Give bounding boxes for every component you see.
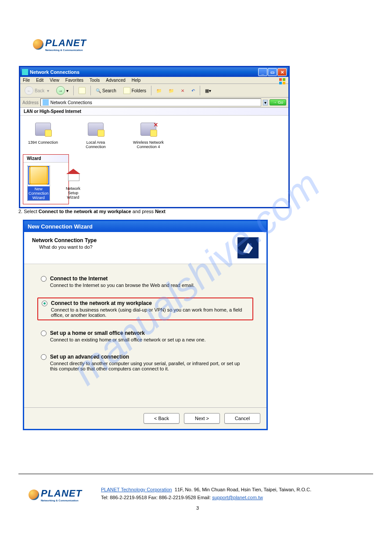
address-value: Network Connections bbox=[50, 100, 92, 105]
option-label: Set up an advanced connection bbox=[50, 354, 129, 360]
cancel-button[interactable]: Cancel bbox=[224, 413, 260, 424]
move-to-button[interactable]: 📁 bbox=[154, 87, 164, 94]
menu-edit[interactable]: Edit bbox=[36, 78, 43, 83]
option-label: Connect to the Internet bbox=[50, 276, 108, 282]
wizard-items: New Connection Wizard Network Setup Wiza… bbox=[23, 163, 68, 204]
connection-icon bbox=[35, 123, 51, 136]
copy-to-button[interactable]: 📁 bbox=[166, 87, 176, 94]
option-home-office[interactable]: Set up a home or small office network Co… bbox=[37, 328, 253, 344]
address-bar: Address Network Connections ▾ → Go bbox=[20, 98, 288, 108]
header-subtitle: What do you want to do? bbox=[39, 244, 97, 250]
svg-rect-2 bbox=[279, 82, 282, 84]
item-wireless-connection[interactable]: ✕ Wireless Network Connection 4 bbox=[131, 120, 166, 149]
option-advanced[interactable]: Set up an advanced connection Connect di… bbox=[37, 352, 253, 373]
radio-button[interactable] bbox=[41, 330, 47, 336]
option-connect-internet[interactable]: Connect to the Internet Connect to the I… bbox=[37, 274, 253, 290]
lan-items: 1394 Connection Local Area Connection ✕ … bbox=[20, 116, 288, 153]
globe-icon bbox=[29, 490, 39, 500]
item-label: Wireless Network Connection 4 bbox=[131, 140, 166, 149]
toolbar: ←Back ▾ →▾ 🔍 Search Folders 📁 📁 ✕ ↶ ▦▾ bbox=[20, 84, 288, 98]
logo-brand: PLANET bbox=[45, 37, 86, 49]
folders-button[interactable]: Folders bbox=[121, 86, 148, 95]
option-desc: Connect to a business network (using dia… bbox=[51, 307, 244, 318]
titlebar: Network Connections _ ▭ ✕ bbox=[20, 67, 288, 77]
connection-icon bbox=[88, 123, 104, 136]
menu-file[interactable]: File bbox=[23, 78, 30, 83]
close-button[interactable]: ✕ bbox=[277, 68, 287, 76]
maximize-button[interactable]: ▭ bbox=[268, 68, 277, 76]
wizard-body: Connect to the Internet Connect to the I… bbox=[24, 264, 266, 407]
option-label: Set up a home or small office network bbox=[50, 330, 145, 336]
logo-brand: PLANET bbox=[41, 488, 82, 499]
item-label: Network Setup Wizard bbox=[63, 186, 84, 200]
go-button[interactable]: → Go bbox=[270, 99, 286, 105]
instruction-step-2: 2. Select Connect to the network at my w… bbox=[18, 209, 326, 214]
footer-company: PLANET Technology Corporation bbox=[101, 487, 172, 492]
item-local-area-connection[interactable]: Local Area Connection bbox=[78, 120, 113, 149]
views-button[interactable]: ▦▾ bbox=[203, 87, 213, 94]
menu-advanced[interactable]: Advanced bbox=[106, 78, 125, 83]
item-label: 1394 Connection bbox=[28, 140, 58, 145]
minimize-button[interactable]: _ bbox=[258, 68, 267, 76]
network-icon bbox=[43, 99, 49, 105]
address-field[interactable]: Network Connections bbox=[40, 98, 262, 106]
planet-logo-top: PLANET Networking & Communication bbox=[33, 37, 86, 51]
back-button[interactable]: ←Back ▾ bbox=[22, 85, 51, 96]
menubar: File Edit View Favorites Tools Advanced … bbox=[20, 77, 288, 84]
option-desc: Connect directly to another computer usi… bbox=[50, 361, 243, 371]
next-button[interactable]: Next > bbox=[184, 413, 220, 424]
footer-address: 11F, No. 96, Min Chuan Road, Hsin Tien, … bbox=[175, 487, 311, 492]
wizard-hand-icon bbox=[237, 237, 259, 258]
page-number: 3 bbox=[101, 504, 294, 512]
item-network-setup-wizard[interactable]: Network Setup Wizard bbox=[63, 166, 84, 200]
radio-button[interactable] bbox=[42, 301, 47, 306]
delete-button[interactable]: ✕ bbox=[179, 87, 187, 94]
footer-email[interactable]: support@planet.com.tw bbox=[212, 495, 263, 500]
svg-point-4 bbox=[244, 250, 246, 252]
wizard-icon bbox=[29, 166, 48, 185]
menu-view[interactable]: View bbox=[50, 78, 59, 83]
separator bbox=[200, 86, 200, 95]
menu-favorites[interactable]: Favorites bbox=[65, 78, 83, 83]
menu-tools[interactable]: Tools bbox=[90, 78, 100, 83]
svg-rect-0 bbox=[279, 78, 282, 81]
globe-icon bbox=[33, 39, 43, 50]
titlebar: New Connection Wizard bbox=[24, 221, 266, 232]
option-desc: Connect to the Internet so you can brows… bbox=[50, 283, 243, 288]
wizard-footer: < Back Next > Cancel bbox=[24, 407, 266, 429]
windows-logo-icon bbox=[279, 78, 286, 85]
house-icon bbox=[66, 170, 80, 181]
up-button[interactable] bbox=[76, 86, 88, 95]
radio-button[interactable] bbox=[41, 354, 47, 360]
radio-button[interactable] bbox=[41, 276, 47, 282]
search-button[interactable]: 🔍 Search bbox=[94, 87, 119, 94]
network-connections-window: Network Connections _ ▭ ✕ File Edit View… bbox=[19, 66, 290, 208]
footer-text: PLANET Technology Corporation 11F, No. 9… bbox=[101, 486, 311, 512]
item-label: Local Area Connection bbox=[78, 140, 113, 149]
logo-sub: Networking & Communication bbox=[41, 499, 82, 502]
undo-button[interactable]: ↶ bbox=[189, 87, 197, 94]
category-lan: LAN or High-Speed Internet bbox=[20, 108, 288, 116]
footer-rule bbox=[18, 474, 373, 474]
separator bbox=[73, 86, 74, 95]
footer-contact: Tel: 886-2-2219-9518 Fax: 886-2-2219-952… bbox=[101, 495, 211, 500]
separator bbox=[151, 86, 151, 95]
forward-button[interactable]: →▾ bbox=[54, 85, 71, 96]
item-label: New Connection Wizard bbox=[28, 186, 50, 200]
option-label: Connect to the network at my workplace bbox=[51, 300, 152, 306]
separator bbox=[90, 86, 91, 95]
option-desc: Connect to an existing home or small off… bbox=[50, 337, 243, 342]
header-title: Network Connection Type bbox=[32, 237, 97, 243]
item-new-connection-wizard[interactable]: New Connection Wizard bbox=[28, 166, 50, 200]
back-button[interactable]: < Back bbox=[144, 413, 180, 424]
window-icon bbox=[22, 69, 28, 75]
address-dropdown-button[interactable]: ▾ bbox=[263, 100, 268, 105]
category-wizard: Wizard bbox=[23, 155, 68, 163]
item-1394-connection[interactable]: 1394 Connection bbox=[25, 120, 61, 149]
wizard-header: Network Connection Type What do you want… bbox=[24, 232, 266, 264]
connection-icon: ✕ bbox=[140, 123, 156, 136]
menu-help[interactable]: Help bbox=[132, 78, 141, 83]
logo-sub: Networking & Communication bbox=[45, 49, 86, 51]
new-connection-wizard-window: New Connection Wizard Network Connection… bbox=[23, 220, 268, 430]
option-connect-workplace[interactable]: Connect to the network at my workplace C… bbox=[37, 297, 253, 320]
